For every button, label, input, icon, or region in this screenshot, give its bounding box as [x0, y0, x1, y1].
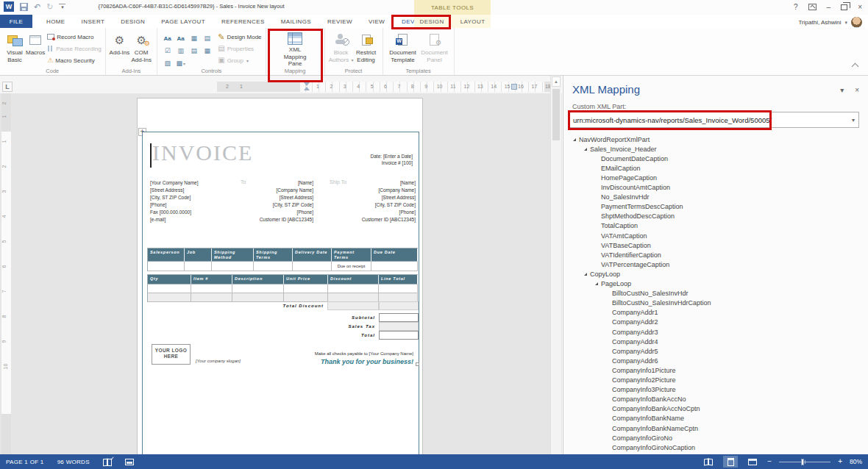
tree-item-sales-invoice-header[interactable]: Sales_Invoice_Header — [563, 144, 868, 154]
collapse-ribbon-icon[interactable] — [852, 63, 859, 71]
undo-icon[interactable]: ↶ — [34, 3, 40, 11]
restore-icon[interactable] — [841, 4, 847, 10]
document-scrollbar[interactable]: ▲ — [550, 76, 561, 454]
tab-view[interactable]: VIEW — [360, 15, 393, 28]
macro-recording-icon[interactable] — [125, 459, 134, 465]
account-menu[interactable]: Tripathi, Ashwini ▾ — [799, 17, 862, 28]
info-body-cell[interactable] — [212, 262, 254, 271]
items-body-row[interactable] — [148, 284, 418, 293]
macro-security-button[interactable]: ⚠ Macro Security — [47, 56, 101, 65]
com-add-ins-button[interactable]: ⚙ COM Add-Ins — [129, 29, 153, 68]
tab-mailings[interactable]: MAILINGS — [273, 15, 319, 28]
record-macro-button[interactable]: Record Macro — [47, 32, 101, 41]
ship-to-line[interactable]: [City, ST ZIP Code] — [348, 201, 416, 209]
bill-to-address-block[interactable]: [Name][Company Name][Street Address][Cit… — [246, 179, 313, 223]
tab-references[interactable]: REFERENCES — [213, 15, 273, 28]
bill-to-line[interactable]: [Phone] — [246, 209, 313, 216]
date-picker-content-control-icon[interactable]: ▦ — [201, 45, 213, 57]
rich-text-content-control-icon[interactable]: Aa — [161, 32, 174, 44]
tree-item-companyinfobankname[interactable]: CompanyInfoBankName — [563, 414, 868, 423]
scrollbar-thumb[interactable] — [552, 89, 560, 140]
info-body-cell[interactable] — [371, 262, 418, 271]
expand-arrow-icon[interactable] — [584, 148, 587, 151]
combo-box-content-control-icon[interactable]: ▥ — [174, 45, 187, 57]
items-body-cell[interactable] — [284, 284, 328, 293]
company-address-line[interactable]: Fax [000.000.0000] — [150, 209, 199, 216]
items-body-cell[interactable] — [232, 293, 284, 302]
info-body-cell[interactable] — [185, 262, 212, 271]
ship-to-line[interactable]: [Name] — [348, 179, 416, 187]
minimize-icon[interactable]: – — [827, 3, 831, 11]
tab-review[interactable]: REVIEW — [319, 15, 360, 28]
ribbon-display-options-icon[interactable] — [808, 4, 817, 10]
read-mode-icon[interactable] — [701, 456, 716, 468]
add-ins-button[interactable]: ⚙ Add-Ins — [110, 29, 130, 68]
company-address-line[interactable]: [City, ST ZIP Code] — [150, 194, 199, 201]
tree-item-invdiscountamtcaption[interactable]: InvDiscountAmtCaption — [563, 183, 868, 193]
expand-arrow-icon[interactable] — [573, 138, 576, 141]
tree-item-documentdatecaption[interactable]: DocumentDateCaption — [563, 154, 868, 163]
subtotal-cell[interactable] — [379, 313, 419, 322]
document-page[interactable]: + INVOICE Date: [Enter a Date] Invoice #… — [137, 98, 423, 454]
shipping-info-table[interactable]: SalespersonJobShipping MethodShipping Te… — [147, 248, 418, 271]
visual-basic-button[interactable]: Visual Basic — [4, 29, 26, 68]
items-body-cell[interactable] — [284, 293, 328, 302]
bill-to-line[interactable]: [Street Address] — [246, 194, 313, 201]
tree-item-companyinfogirono[interactable]: CompanyInfoGiroNo — [563, 433, 868, 443]
info-body-cell[interactable]: Due on receipt — [332, 262, 371, 271]
company-address-line[interactable]: [Phone] — [150, 201, 199, 209]
info-body-cell[interactable] — [293, 262, 332, 271]
total-discount-cell[interactable] — [327, 301, 379, 310]
tree-item-companyinfobanknamecptn[interactable]: CompanyInfoBankNameCptn — [563, 423, 868, 433]
tree-item-no-salesinvhdr[interactable]: No_SalesInvHdr — [563, 193, 868, 202]
proofing-icon[interactable]: ✓ — [103, 459, 112, 465]
tree-item-navwordreportxmlpart[interactable]: NavWordReportXmlPart — [563, 135, 868, 144]
print-layout-icon[interactable] — [723, 456, 738, 468]
close-icon[interactable]: × — [858, 3, 862, 11]
items-body-cell[interactable] — [232, 284, 284, 293]
tab-page-layout[interactable]: PAGE LAYOUT — [153, 15, 213, 28]
right-indent-marker[interactable] — [511, 84, 517, 90]
items-body-cell[interactable] — [148, 293, 191, 302]
tree-item-companyaddr4[interactable]: CompanyAddr4 — [563, 337, 868, 346]
company-address-block[interactable]: [Your Company Name][Street Address][City… — [150, 179, 199, 223]
building-block-gallery-icon[interactable]: ▤ — [201, 32, 213, 44]
ship-to-line[interactable]: [Company Name] — [348, 187, 416, 194]
dropdown-list-content-control-icon[interactable]: ▤ — [188, 45, 200, 57]
ship-to-line[interactable]: Customer ID [ABC12345] — [348, 216, 416, 223]
company-address-line[interactable]: [e-mail] — [150, 216, 199, 223]
invoice-date-field[interactable]: Date: [Enter a Date] — [371, 153, 413, 160]
tree-item-shptmethoddesccaption[interactable]: ShptMethodDescCaption — [563, 212, 868, 221]
items-body-cell[interactable] — [191, 284, 232, 293]
tree-item-vatidentifiercaption[interactable]: VATIdentifierCaption — [563, 250, 868, 259]
tree-item-vatpercentagecaption[interactable]: VATPercentageCaption — [563, 259, 868, 269]
tab-home[interactable]: HOME — [38, 15, 74, 28]
page-indicator[interactable]: PAGE 1 OF 1 — [6, 459, 44, 465]
info-body-cell[interactable] — [254, 262, 293, 271]
save-icon[interactable] — [20, 3, 28, 11]
logo-placeholder[interactable]: YOUR LOGO HERE — [152, 344, 191, 365]
tab-insert[interactable]: INSERT — [74, 15, 113, 28]
invoice-date-block[interactable]: Date: [Enter a Date] Invoice # [100] — [371, 153, 413, 167]
ship-to-address-block[interactable]: [Name][Company Name][Street Address][Cit… — [348, 179, 416, 223]
tree-item-companyinfogironocaption[interactable]: CompanyInfoGiroNoCaption — [563, 443, 868, 452]
tree-item-billtocustno-salesinvhdr[interactable]: BilltoCustNo_SalesInvHdr — [563, 289, 868, 298]
tree-item-companyinfo3picture[interactable]: CompanyInfo3Picture — [563, 385, 868, 395]
company-address-line[interactable]: [Your Company Name] — [150, 179, 199, 187]
macros-button[interactable]: Macros — [26, 29, 45, 68]
zoom-slider[interactable] — [779, 462, 830, 462]
info-body-cell[interactable] — [148, 262, 185, 271]
first-line-indent-marker[interactable] — [304, 82, 310, 86]
tree-item-companyaddr6[interactable]: CompanyAddr6 — [563, 356, 868, 365]
contextual-tab-layout[interactable]: LAYOUT — [452, 15, 494, 28]
custom-xml-part-dropdown[interactable]: urn:microsoft-dynamics-nav/reports/Sales… — [569, 112, 859, 128]
bill-to-line[interactable]: [Name] — [246, 179, 313, 187]
items-body-cell[interactable] — [379, 284, 418, 293]
tree-item-companyaddr1[interactable]: CompanyAddr1 — [563, 308, 868, 318]
contextual-tab-design[interactable]: DESIGN — [412, 15, 452, 28]
design-mode-button[interactable]: ✎ Design Mode — [218, 32, 261, 41]
tree-item-copyloop[interactable]: CopyLoop — [563, 269, 868, 279]
bill-to-line[interactable]: Customer ID [ABC12345] — [246, 216, 313, 223]
tab-stop-selector[interactable]: L — [2, 82, 13, 92]
tree-item-companyinfo2picture[interactable]: CompanyInfo2Picture — [563, 376, 868, 385]
